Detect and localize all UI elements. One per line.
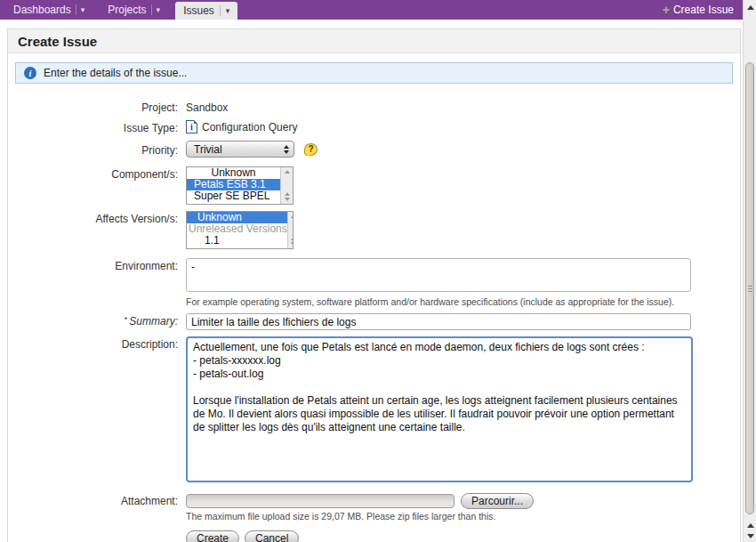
- info-banner-text: Enter the details of the issue...: [44, 67, 187, 79]
- priority-select[interactable]: Trivial: [186, 141, 294, 158]
- create-issue-link[interactable]: + Create Issue: [654, 0, 743, 20]
- field-row-issue-type: Issue Type: i Configuration Query: [8, 120, 740, 134]
- nav-tab-issues-active[interactable]: Issues ▾: [175, 2, 237, 20]
- summary-label: *Summary:: [8, 313, 186, 328]
- components-listbox[interactable]: Unknown Petals ESB 3.1 Super SE BPEL: [186, 166, 294, 205]
- create-issue-form: Project: Sandbox Issue Type: i Configura…: [8, 100, 740, 542]
- field-row-affects-versions: Affects Version/s: Unknown Unreleased Ve…: [8, 211, 740, 249]
- components-option[interactable]: Super SE BPEL: [187, 190, 280, 202]
- project-value: Sandbox: [186, 100, 228, 114]
- chevron-down-icon[interactable]: ▾: [81, 6, 85, 14]
- info-banner: i Enter the details of the issue...: [15, 62, 733, 84]
- listbox-scrollbar[interactable]: [280, 167, 293, 204]
- description-textarea[interactable]: Actuellement, une fois que Petals est la…: [186, 336, 693, 482]
- page-header: Create Issue: [8, 29, 740, 53]
- components-label: Component/s:: [8, 166, 186, 181]
- description-label: Description:: [8, 336, 186, 351]
- nav-dashboards-label: Dashboards: [13, 4, 71, 16]
- chevron-down-icon[interactable]: ▾: [226, 7, 230, 15]
- environment-help-text: For example operating system, software p…: [186, 296, 740, 307]
- versions-group-label: Unreleased Versions: [187, 223, 287, 235]
- attachment-help-text: The maximum file upload size is 29,07 MB…: [186, 511, 740, 522]
- field-row-components: Component/s: Unknown Petals ESB 3.1 Supe…: [8, 166, 740, 205]
- attachment-label: Attachment:: [8, 493, 186, 507]
- listbox-scrollbar[interactable]: [287, 212, 294, 248]
- main-panel: Create Issue i Enter the details of the …: [7, 28, 741, 542]
- cancel-button[interactable]: Cancel: [245, 530, 299, 542]
- field-row-priority: Priority: Trivial ?: [8, 141, 740, 158]
- project-label: Project:: [8, 100, 186, 114]
- browse-button[interactable]: Parcourir...: [461, 493, 534, 509]
- plus-icon: +: [663, 4, 670, 15]
- scrollbar-thumb[interactable]: [745, 62, 754, 514]
- issue-type-icon: i: [186, 120, 197, 133]
- affects-versions-listbox[interactable]: Unknown Unreleased Versions 1.1: [186, 211, 294, 249]
- environment-textarea[interactable]: -: [186, 258, 691, 292]
- priority-selected-value: Trivial: [194, 143, 284, 156]
- environment-label: Environment:: [8, 258, 186, 272]
- scroll-up-icon[interactable]: [744, 2, 756, 12]
- priority-label: Priority:: [8, 141, 186, 157]
- attachment-file-input[interactable]: [186, 494, 454, 508]
- issue-type-value: Configuration Query: [202, 121, 297, 133]
- divider: [76, 4, 76, 15]
- scroll-down-icon[interactable]: [744, 530, 756, 541]
- divider: [220, 5, 221, 16]
- info-icon: i: [24, 67, 36, 79]
- field-row-environment: Environment: - For example operating sys…: [8, 258, 740, 307]
- top-nav: Dashboards ▾ Projects ▾ Issues ▾ + Creat…: [0, 0, 743, 20]
- field-row-attachment: Attachment: Parcourir... The maximum fil…: [8, 493, 740, 542]
- nav-projects-label: Projects: [108, 4, 146, 16]
- chevron-down-icon[interactable]: ▾: [157, 6, 161, 14]
- field-row-description: Description: Actuellement, une fois que …: [8, 336, 740, 485]
- issue-type-label: Issue Type:: [8, 120, 186, 134]
- page-title: Create Issue: [18, 34, 97, 49]
- summary-input[interactable]: [186, 313, 691, 330]
- create-button[interactable]: Create: [186, 530, 239, 542]
- versions-option[interactable]: 1.1: [187, 235, 287, 247]
- affects-versions-label: Affects Version/s:: [8, 211, 186, 225]
- required-marker: *: [125, 315, 128, 324]
- nav-item-dashboards[interactable]: Dashboards ▾: [5, 0, 92, 20]
- select-spinner-icon: [284, 145, 289, 154]
- vertical-scrollbar[interactable]: [743, 0, 756, 542]
- divider: [151, 4, 152, 15]
- help-icon[interactable]: ?: [304, 143, 318, 156]
- field-row-summary: *Summary:: [8, 313, 740, 330]
- nav-item-projects[interactable]: Projects ▾: [100, 0, 168, 20]
- scroll-up-icon-bottom[interactable]: [744, 520, 756, 530]
- scrollbar-grip: [748, 286, 752, 292]
- field-row-project: Project: Sandbox: [8, 100, 740, 114]
- create-issue-link-label: Create Issue: [673, 4, 734, 16]
- nav-issues-label: Issues: [183, 4, 214, 17]
